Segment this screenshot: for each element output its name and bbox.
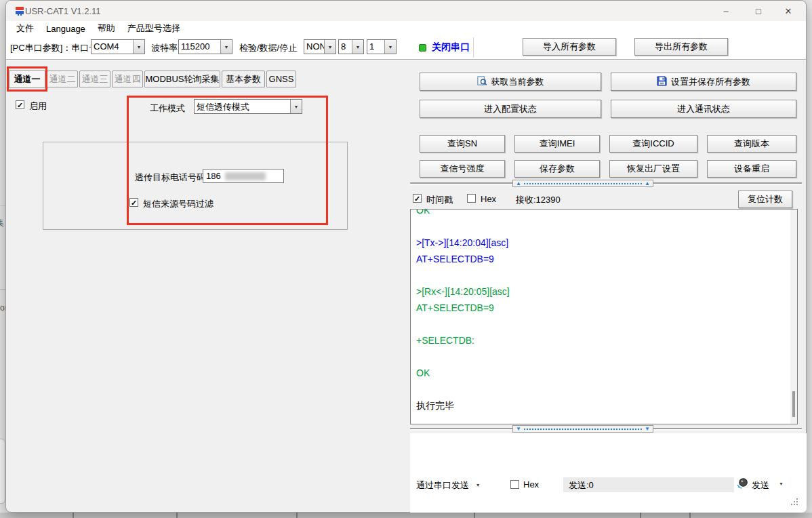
tab-channel-3[interactable]: 通道三 [79,71,110,87]
import-params-button[interactable]: 导入所有参数 [523,38,616,56]
background-text-fragment: 集 [0,217,4,229]
log-splitter-handle[interactable]: ▲ ▲ [512,180,653,187]
query-iccid-button[interactable]: 查询ICCID [609,135,697,153]
enter-comm-button[interactable]: 进入通讯状态 [611,100,796,118]
phone-number-input[interactable]: 186 [203,169,284,183]
work-mode-value: 短信透传模式 [195,100,290,113]
log-line: AT+SELECTDB=9 [416,251,797,267]
reset-count-button[interactable]: 复位计数 [738,191,792,208]
tab-channel-2[interactable]: 通道二 [47,71,78,87]
sent-count: 发送:0 [569,479,594,492]
sms-filter-checkbox[interactable]: ✓ [129,198,138,207]
minimize-button[interactable]: – [711,1,741,21]
com-port-select[interactable]: COM4 ▼ [91,39,145,54]
toolbar-divider [6,59,806,60]
log-line [416,267,797,283]
tab-channel-1[interactable]: 通道一 [9,70,45,88]
get-params-button[interactable]: 获取当前参数 [420,73,601,91]
chevron-down-icon[interactable]: ▼ [290,100,302,113]
chevron-down-icon[interactable]: ▼ [324,40,336,54]
log-output-area[interactable]: OK >[Tx->][14:20:04][asc] AT+SELECTDB=9 … [410,209,798,424]
tab-gnss[interactable]: GNSS [266,71,296,87]
send-via-serial-dropdown[interactable]: 通过串口发送 ▼ [416,479,481,492]
query-sn-button[interactable]: 查询SN [420,135,505,153]
enter-config-button[interactable]: 进入配置状态 [420,100,601,118]
send-icon [737,477,748,491]
log-scrollbar[interactable] [790,210,797,424]
toolbar-separator [473,37,474,58]
resize-grip[interactable] [791,498,799,506]
baud-select[interactable]: 115200 ▼ [178,39,232,54]
stopbits-select[interactable]: 1 ▼ [367,39,397,54]
maximize-button[interactable]: □ [744,1,773,21]
frame-label: 检验/数据/停止 [239,42,297,54]
app-window: USR-CAT1 V1.2.11 – □ ✕ 文件 Language 帮助 产品… [5,0,807,513]
parity-select[interactable]: NONI ▼ [304,39,336,54]
triangle-up-icon: ▲ [516,181,521,186]
log-hex-label: Hex [481,194,496,204]
menu-file[interactable]: 文件 [10,22,40,35]
send-splitter-handle[interactable]: ▼ ▼ [512,425,653,433]
background-panel [0,439,5,504]
query-version-button[interactable]: 查询版本 [707,135,796,153]
minimize-icon: – [723,6,728,16]
tab-modbus-polling[interactable]: MODBUS轮询采集 [144,71,220,87]
parity-value: NONI [304,40,324,54]
pc-serial-label: [PC串口参数]：串口号 [10,42,98,54]
com-port-value: COM4 [92,40,133,54]
chevron-down-icon[interactable]: ▼ [352,40,363,54]
log-hex-checkbox[interactable] [467,194,476,203]
serial-toolbar: [PC串口参数]：串口号 COM4 ▼ 波特率 115200 ▼ 检验/数据/停… [6,36,806,59]
menu-help[interactable]: 帮助 [92,22,121,35]
log-line [416,348,797,365]
export-params-button[interactable]: 导出所有参数 [634,38,728,56]
chevron-down-icon[interactable]: ▼ [384,40,396,54]
save-params-button[interactable]: 保存参数 [514,160,600,178]
app-logo-icon [14,5,25,18]
device-restart-button[interactable]: 设备重启 [707,160,796,178]
enable-label: 启用 [29,100,47,113]
factory-reset-button[interactable]: 恢复出厂设置 [609,160,697,178]
set-save-all-button[interactable]: 设置并保存所有参数 [611,73,796,91]
query-signal-button[interactable]: 查信号强度 [420,160,505,178]
stopbits-value: 1 [367,40,384,54]
title-bar[interactable]: USR-CAT1 V1.2.11 – □ ✕ [6,1,806,21]
phone-number-value: 186 [206,171,221,181]
tab-channel-4[interactable]: 通道四 [112,71,143,87]
triangle-down-icon: ▼ [516,426,521,432]
background-taskbar-strip [0,513,812,518]
send-hex-checkbox[interactable] [510,480,519,489]
menu-language[interactable]: Language [40,24,92,34]
chevron-down-icon[interactable]: ▼ [133,40,144,54]
databits-select[interactable]: 8 ▼ [338,39,364,54]
close-port-button[interactable]: 关闭串口 [432,41,470,54]
triangle-up-icon: ▲ [645,181,650,186]
tab-basic-params[interactable]: 基本参数 [222,71,265,87]
send-hex-label: Hex [523,479,539,490]
send-button[interactable]: 发送 [752,479,769,492]
phone-number-label: 透传目标电话号码 [135,172,205,184]
chevron-down-icon[interactable]: ▼ [220,40,232,54]
triangle-down-icon: ▼ [645,426,650,432]
redacted-digits [225,172,266,180]
log-line: AT+SELECTDB=9 [416,300,797,316]
close-button[interactable]: ✕ [773,1,803,21]
menu-bar: 文件 Language 帮助 产品型号选择 [6,21,806,36]
check-icon: ✓ [414,195,420,202]
search-doc-icon [477,76,487,88]
enable-checkbox[interactable]: ✓ [16,100,24,109]
log-scrollbar-thumb[interactable] [792,391,795,417]
send-input-area[interactable] [410,433,807,513]
chevron-down-icon: ▼ [476,483,481,487]
work-mode-label: 工作模式 [150,102,185,115]
query-imei-button[interactable]: 查询IMEI [514,135,600,153]
timestamp-checkbox[interactable]: ✓ [413,194,422,203]
log-line: >[Rx<-][14:20:05][asc] [416,283,797,300]
timestamp-label: 时间戳 [426,194,453,206]
log-line: +SELECTDB: [416,332,797,348]
menu-product-model[interactable]: 产品型号选择 [121,22,186,35]
log-line: 执行完毕 [416,397,797,414]
send-options-dropdown[interactable]: ▼ [779,481,784,486]
sms-filter-label: 短信来源号码过滤 [143,198,214,210]
work-mode-select[interactable]: 短信透传模式 ▼ [194,99,302,114]
